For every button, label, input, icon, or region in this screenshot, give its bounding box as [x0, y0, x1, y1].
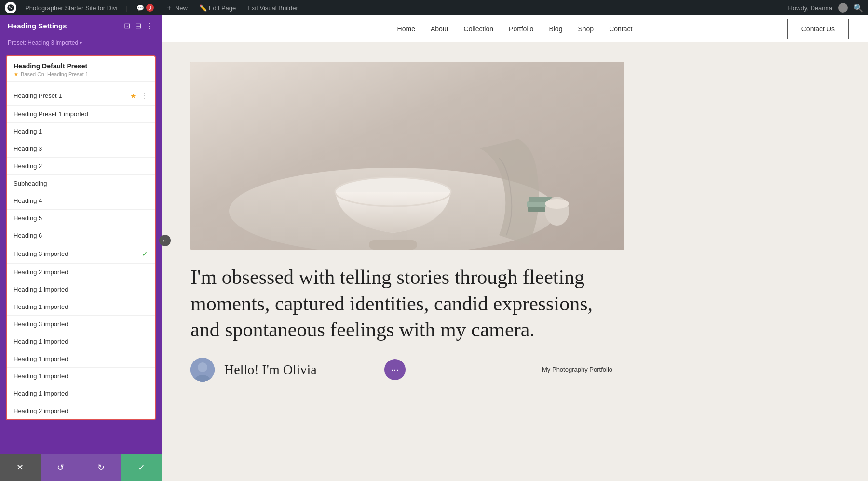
admin-bar-exit-builder[interactable]: Exit Visual Builder [244, 4, 301, 12]
redo-button[interactable]: ↻ [81, 454, 122, 481]
list-item[interactable]: Heading 3 [7, 140, 155, 158]
author-avatar [190, 358, 215, 382]
star-icon: ★ [14, 71, 19, 78]
nav-link-contact[interactable]: Contact [609, 25, 632, 33]
check-active-icon: ✓ [142, 249, 148, 258]
list-item[interactable]: Heading 1 [7, 123, 155, 140]
preset-name: Heading 6 [14, 232, 42, 239]
preset-name: Heading 1 imported [14, 355, 68, 362]
hero-image [190, 62, 624, 250]
nav-link-home[interactable]: Home [397, 25, 415, 33]
panel-preset-label: Preset: Heading 3 imported [0, 36, 162, 52]
contact-us-button[interactable]: Contact Us [787, 19, 849, 39]
preset-list-container: Heading Default Preset ★ Based On: Headi… [0, 52, 162, 454]
author-name: Hello! I'm Olivia [224, 362, 317, 377]
hero-text: I'm obsessed with telling stories throug… [190, 250, 624, 353]
list-item[interactable]: Heading 2 imported [7, 402, 155, 419]
star-active-icon[interactable]: ★ [130, 92, 136, 100]
preset-name: Heading 1 imported [14, 338, 68, 345]
admin-bar-right: Howdy, Deanna 🔍 [788, 3, 863, 13]
svg-text:W: W [9, 6, 13, 10]
list-item[interactable]: Heading Default Preset ★ Based On: Headi… [7, 56, 155, 82]
panel-footer: ✕ ↺ ↻ ✓ [0, 454, 162, 481]
list-item[interactable]: Heading 2 [7, 158, 155, 175]
svg-point-12 [545, 199, 569, 209]
edit-page-label: Edit Page [209, 4, 236, 12]
preset-name: Heading 1 imported [14, 286, 68, 293]
admin-bar-comments[interactable]: 💬 0 [134, 4, 157, 12]
panel-header: Heading Settings ⊡ ⊟ ⋮ [0, 15, 162, 36]
admin-bar: W Photographer Starter Site for Divi | 💬… [0, 0, 868, 15]
nav-link-shop[interactable]: Shop [578, 25, 594, 33]
preset-name: Heading 3 imported [14, 321, 68, 328]
list-item[interactable]: Heading 1 imported [7, 368, 155, 385]
preset-name: Heading 1 imported [14, 303, 68, 310]
list-item[interactable]: Heading 3 imported ✓ [7, 244, 155, 264]
new-label: New [175, 4, 188, 12]
site-navigation: Home About Collection Portfolio Blog Sho… [162, 15, 868, 42]
list-item[interactable]: Heading 1 imported [7, 385, 155, 402]
preset-list: Heading Default Preset ★ Based On: Headi… [6, 55, 156, 420]
list-item[interactable]: Heading 6 [7, 227, 155, 244]
preset-item-left: Heading Preset 1 imported [14, 110, 88, 118]
save-button[interactable]: ✓ [121, 454, 162, 481]
list-item[interactable]: Heading 1 imported [7, 298, 155, 316]
preset-name: Heading 2 imported [14, 407, 68, 414]
preset-item-left: Heading Default Preset ★ Based On: Headi… [14, 62, 88, 78]
list-item[interactable]: Heading Preset 1 ★ ⋮ [7, 86, 155, 106]
comment-count: 0 [146, 4, 154, 12]
preset-name: Heading 5 [14, 214, 42, 222]
nav-links: Home About Collection Portfolio Blog Sho… [397, 25, 633, 33]
list-item[interactable]: Heading 5 [7, 210, 155, 227]
comment-bubble-icon: 💬 [136, 4, 144, 12]
admin-bar-edit-page[interactable]: ✏️ Edit Page [196, 4, 239, 12]
hero-image-svg [190, 62, 624, 250]
admin-bar-separator-1: | [126, 4, 127, 12]
preset-name: Heading Preset 1 [14, 92, 62, 99]
list-item[interactable]: Heading 1 imported [7, 333, 155, 350]
cancel-button[interactable]: ✕ [0, 454, 41, 481]
preset-item-left: Heading Preset 1 [14, 92, 62, 99]
preset-name: Heading 2 imported [14, 268, 68, 276]
admin-bar-site-name[interactable]: Photographer Starter Site for Divi [22, 4, 120, 12]
floating-dots-button[interactable]: ··· [384, 359, 406, 380]
pencil-icon: ✏️ [199, 4, 207, 12]
list-item[interactable]: Heading 3 imported [7, 316, 155, 333]
preset-dots-icon[interactable]: ⋮ [140, 91, 148, 100]
admin-bar-search-icon[interactable]: 🔍 [854, 3, 863, 13]
hero-section: I'm obsessed with telling stories throug… [162, 42, 868, 401]
nav-link-collection[interactable]: Collection [464, 25, 493, 33]
svg-point-14 [198, 362, 207, 372]
list-item[interactable]: Heading Preset 1 imported [7, 106, 155, 123]
list-item[interactable]: Heading 1 imported [7, 281, 155, 298]
avatar-svg [190, 358, 215, 382]
panel-columns-icon[interactable]: ⊟ [135, 21, 141, 30]
panel-more-icon[interactable]: ⋮ [146, 21, 154, 30]
list-item[interactable]: Heading 4 [7, 192, 155, 210]
wp-logo-icon[interactable]: W [5, 2, 16, 13]
preset-name: Heading 1 [14, 128, 42, 135]
list-item[interactable]: Subheading [7, 175, 155, 192]
portfolio-button[interactable]: My Photography Portfolio [530, 359, 624, 380]
preset-dropdown-trigger[interactable]: Preset: Heading 3 imported [8, 40, 82, 46]
main-content: Home About Collection Portfolio Blog Sho… [162, 15, 868, 481]
panel-expand-icon[interactable]: ⊡ [124, 21, 130, 30]
admin-bar-new[interactable]: ＋ New [163, 3, 190, 13]
resize-handle[interactable]: ↔ [159, 235, 171, 246]
admin-bar-howdy: Howdy, Deanna [788, 4, 832, 12]
undo-button[interactable]: ↺ [41, 454, 81, 481]
list-item[interactable]: Heading 2 imported [7, 264, 155, 281]
nav-link-blog[interactable]: Blog [549, 25, 562, 33]
panel-header-icons: ⊡ ⊟ ⋮ [124, 21, 154, 30]
preset-name: Heading 3 imported [14, 250, 68, 257]
hero-quote: I'm obsessed with telling stories throug… [190, 264, 624, 343]
admin-bar-avatar[interactable] [838, 3, 848, 13]
nav-link-portfolio[interactable]: Portfolio [509, 25, 533, 33]
nav-link-about[interactable]: About [431, 25, 448, 33]
preset-item-right: ★ ⋮ [130, 91, 148, 100]
preset-name: Heading 3 [14, 145, 42, 152]
preset-name: Heading Preset 1 imported [14, 110, 88, 118]
preset-name: Heading 4 [14, 197, 42, 204]
panel-title: Heading Settings [8, 22, 67, 30]
list-item[interactable]: Heading 1 imported [7, 350, 155, 368]
